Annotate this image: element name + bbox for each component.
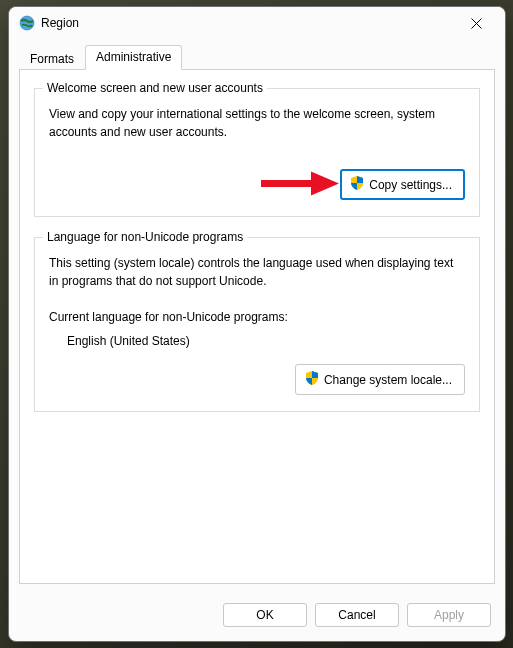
dialog-button-row: OK Cancel Apply: [9, 593, 505, 641]
region-dialog: Region Formats Administrative Welcome sc…: [8, 6, 506, 642]
svg-point-0: [20, 16, 34, 30]
shield-icon: [349, 175, 365, 194]
group-welcome-desc: View and copy your international setting…: [49, 105, 465, 141]
current-language-label: Current language for non-Unicode program…: [49, 310, 465, 324]
ok-button[interactable]: OK: [223, 603, 307, 627]
copy-settings-button[interactable]: Copy settings...: [340, 169, 465, 200]
cancel-button[interactable]: Cancel: [315, 603, 399, 627]
group-non-unicode: Language for non-Unicode programs This s…: [34, 237, 480, 412]
group-non-unicode-desc: This setting (system locale) controls th…: [49, 254, 465, 290]
copy-settings-label: Copy settings...: [369, 178, 452, 192]
current-language-value: English (United States): [67, 334, 465, 348]
tab-strip: Formats Administrative: [9, 39, 505, 70]
annotation-arrow: [259, 169, 339, 200]
group-welcome-title: Welcome screen and new user accounts: [43, 81, 267, 95]
close-icon: [471, 18, 482, 29]
titlebar[interactable]: Region: [9, 7, 505, 39]
group-welcome-screen: Welcome screen and new user accounts Vie…: [34, 88, 480, 217]
change-system-locale-label: Change system locale...: [324, 373, 452, 387]
svg-marker-2: [311, 171, 339, 195]
change-system-locale-button[interactable]: Change system locale...: [295, 364, 465, 395]
group-non-unicode-title: Language for non-Unicode programs: [43, 230, 247, 244]
shield-icon: [304, 370, 320, 389]
globe-icon: [19, 15, 35, 31]
window-title: Region: [41, 16, 455, 30]
tab-formats[interactable]: Formats: [19, 47, 85, 70]
tab-administrative[interactable]: Administrative: [85, 45, 182, 70]
tab-content: Welcome screen and new user accounts Vie…: [19, 69, 495, 584]
close-button[interactable]: [455, 9, 497, 37]
apply-button[interactable]: Apply: [407, 603, 491, 627]
